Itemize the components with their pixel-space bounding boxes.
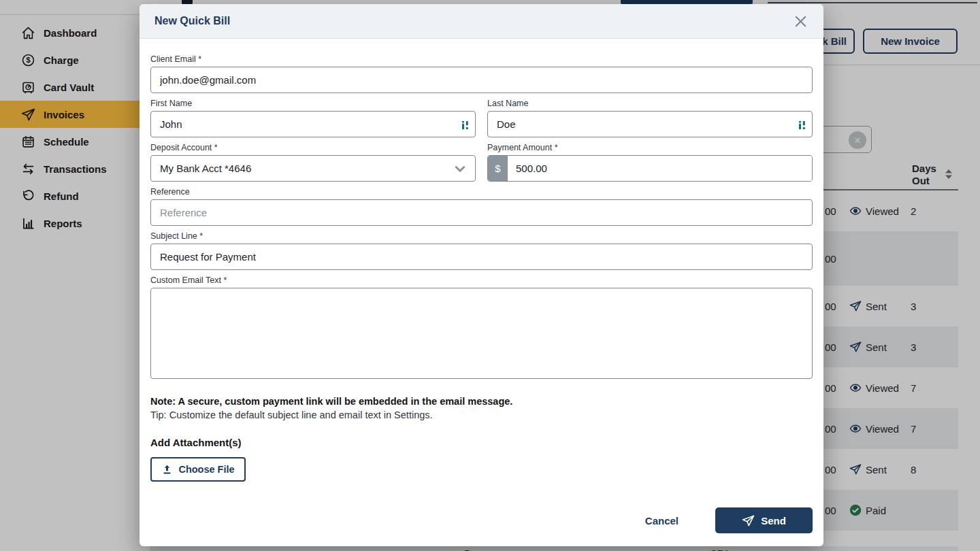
app-root: Dashboard $ Charge Card Vault Invoices — [0, 0, 980, 551]
autofill-icon[interactable] — [799, 120, 806, 129]
cancel-button[interactable]: Cancel — [641, 514, 683, 527]
close-icon[interactable] — [791, 12, 810, 31]
modal-header: New Quick Bill — [140, 4, 823, 39]
send-label: Send — [761, 515, 786, 527]
custom-email-text-field[interactable] — [150, 288, 813, 379]
modal-title: New Quick Bill — [154, 15, 230, 27]
subject-line-label: Subject Line * — [150, 231, 813, 241]
payment-amount-field[interactable] — [508, 156, 812, 181]
payment-amount-label: Payment Amount * — [487, 143, 813, 152]
client-email-field[interactable] — [150, 67, 813, 93]
payment-amount-group: $ — [487, 155, 813, 182]
reference-label: Reference — [150, 187, 813, 197]
new-quick-bill-modal: New Quick Bill Client Email * First Name — [140, 4, 823, 546]
deposit-account-label: Deposit Account * — [150, 143, 476, 152]
reference-field[interactable] — [150, 199, 813, 226]
send-button[interactable]: Send — [715, 507, 813, 533]
last-name-field[interactable] — [487, 111, 813, 137]
custom-email-text-label: Custom Email Text * — [150, 276, 813, 285]
chevron-down-icon — [453, 162, 467, 176]
tip-text: Tip: Customize the default subject line … — [150, 408, 813, 422]
first-name-label: First Name — [150, 99, 476, 108]
upload-icon — [161, 464, 173, 475]
currency-prefix: $ — [488, 156, 508, 181]
subject-line-field[interactable] — [150, 244, 813, 270]
modal-body: Client Email * First Name Last Name — [140, 39, 823, 502]
autofill-icon[interactable] — [462, 120, 469, 129]
choose-file-label: Choose File — [178, 464, 234, 475]
last-name-label: Last Name — [487, 99, 813, 108]
client-email-label: Client Email * — [150, 54, 813, 64]
deposit-account-value: My Bank Acct *4646 — [160, 163, 251, 174]
choose-file-button[interactable]: Choose File — [150, 457, 246, 482]
deposit-account-select[interactable]: My Bank Acct *4646 — [150, 155, 476, 182]
first-name-field[interactable] — [150, 111, 476, 137]
attachments-heading: Add Attachment(s) — [150, 437, 813, 448]
paper-plane-icon — [742, 514, 755, 527]
modal-footer: Cancel Send — [140, 502, 823, 546]
note-text: Note: A secure, custom payment link will… — [150, 395, 813, 408]
